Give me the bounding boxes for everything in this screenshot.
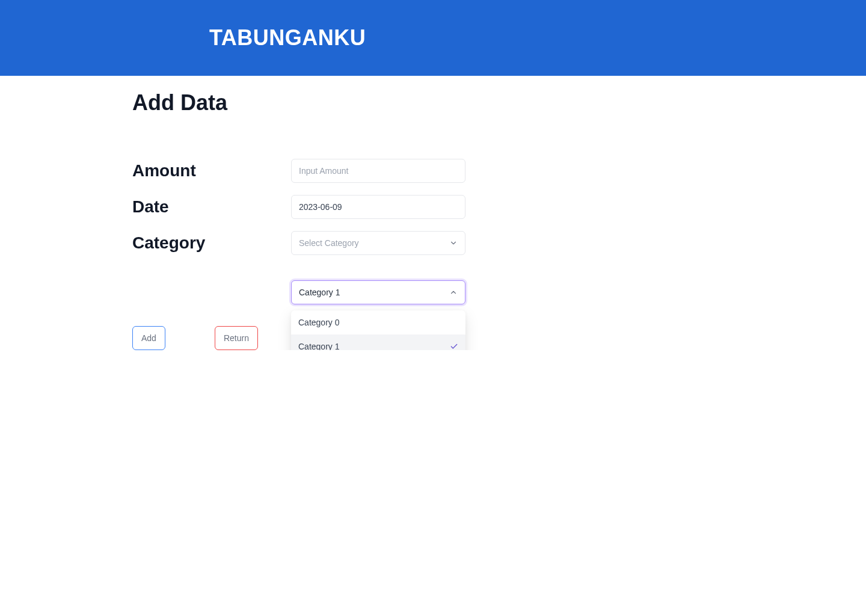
amount-row: Amount xyxy=(132,159,734,183)
date-input[interactable] xyxy=(291,195,465,219)
brand-title: TABUNGANKU xyxy=(209,25,366,51)
category2-row: Category 1 Category 0 Category 1 Categor… xyxy=(132,280,734,304)
category-select[interactable]: Select Category xyxy=(291,231,465,255)
amount-input[interactable] xyxy=(291,159,465,183)
add-button[interactable]: Add xyxy=(132,326,165,350)
date-row: Date xyxy=(132,195,734,219)
dropdown-option-label: Category 0 xyxy=(298,318,339,327)
check-icon xyxy=(450,342,458,350)
category-select-placeholder: Select Category xyxy=(299,238,359,248)
category2-selected-label: Category 1 xyxy=(299,288,340,297)
app-header: TABUNGANKU xyxy=(0,0,866,76)
dropdown-option[interactable]: Category 0 xyxy=(291,310,465,334)
category-row: Category Select Category xyxy=(132,231,734,255)
category2-dropdown: Category 0 Category 1 Category 2 Categor… xyxy=(291,310,465,350)
chevron-down-icon xyxy=(449,239,458,247)
chevron-up-icon xyxy=(449,288,458,297)
return-button[interactable]: Return xyxy=(215,326,258,350)
category2-select[interactable]: Category 1 xyxy=(291,280,465,304)
dropdown-option[interactable]: Category 1 xyxy=(291,334,465,350)
amount-label: Amount xyxy=(132,161,291,180)
main-content: Add Data Amount Date Category Select Cat… xyxy=(132,76,734,350)
dropdown-option-label: Category 1 xyxy=(298,342,339,350)
category-label: Category xyxy=(132,233,291,253)
page-title: Add Data xyxy=(132,90,734,116)
date-label: Date xyxy=(132,197,291,217)
